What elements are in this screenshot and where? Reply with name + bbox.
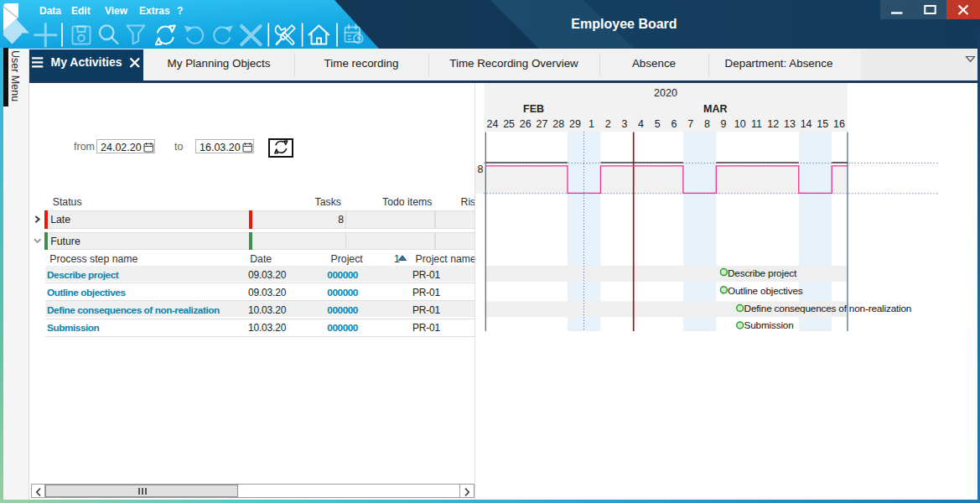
svg-text:8: 8 (704, 118, 710, 130)
svg-text:10: 10 (734, 118, 746, 130)
svg-text:24: 24 (486, 118, 498, 130)
svg-text:16: 16 (833, 118, 845, 130)
svg-text:3: 3 (622, 118, 628, 130)
svg-text:9: 9 (721, 118, 727, 130)
svg-text:MAR: MAR (703, 103, 727, 115)
svg-text:FEB: FEB (523, 103, 544, 115)
svg-text:29: 29 (569, 118, 581, 130)
svg-text:12: 12 (767, 118, 779, 130)
svg-text:2020: 2020 (654, 87, 677, 99)
svg-text:7: 7 (687, 118, 693, 130)
svg-text:Outline objectives: Outline objectives (728, 285, 803, 297)
svg-text:6: 6 (671, 118, 677, 130)
svg-text:8: 8 (478, 163, 484, 175)
svg-text:14: 14 (801, 118, 812, 130)
svg-text:28: 28 (552, 118, 564, 130)
svg-text:5: 5 (655, 118, 661, 130)
svg-text:Define consequences of non-rea: Define consequences of non-realization (744, 303, 912, 314)
svg-text:Submission: Submission (744, 319, 794, 331)
svg-text:2: 2 (605, 118, 611, 130)
svg-text:1: 1 (589, 118, 594, 130)
svg-text:15: 15 (817, 118, 828, 130)
svg-text:13: 13 (784, 118, 796, 130)
svg-text:25: 25 (503, 118, 515, 130)
svg-text:4: 4 (638, 118, 644, 130)
svg-text:Describe project: Describe project (728, 267, 797, 279)
svg-text:11: 11 (751, 118, 762, 130)
svg-text:27: 27 (537, 118, 548, 130)
svg-text:26: 26 (520, 118, 531, 130)
